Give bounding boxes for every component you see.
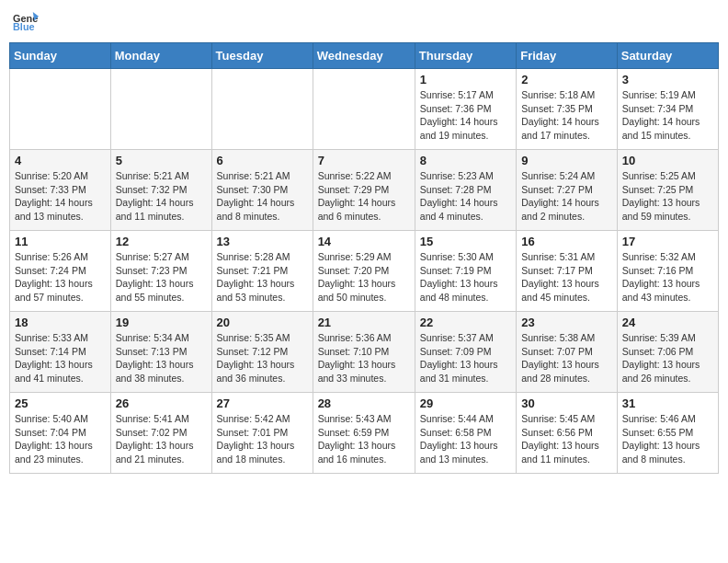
day-number: 28 <box>318 396 410 410</box>
logo-icon: General Blue <box>13 9 39 35</box>
day-number: 20 <box>217 316 308 329</box>
calendar-cell: 20Sunrise: 5:35 AM Sunset: 7:12 PM Dayli… <box>211 312 313 393</box>
calendar-cell <box>313 69 415 150</box>
day-info: Sunrise: 5:38 AM Sunset: 7:07 PM Dayligh… <box>521 331 612 385</box>
day-number: 7 <box>318 154 410 167</box>
calendar-cell: 15Sunrise: 5:30 AM Sunset: 7:19 PM Dayli… <box>415 231 516 312</box>
calendar-cell: 1Sunrise: 5:17 AM Sunset: 7:36 PM Daylig… <box>415 69 516 150</box>
calendar-cell: 5Sunrise: 5:21 AM Sunset: 7:32 PM Daylig… <box>110 150 211 231</box>
calendar-cell: 21Sunrise: 5:36 AM Sunset: 7:10 PM Dayli… <box>313 312 415 393</box>
day-info: Sunrise: 5:33 AM Sunset: 7:14 PM Dayligh… <box>15 331 106 385</box>
day-info: Sunrise: 5:44 AM Sunset: 6:58 PM Dayligh… <box>420 412 511 466</box>
day-number: 5 <box>116 154 207 167</box>
svg-text:Blue: Blue <box>13 21 35 32</box>
calendar-cell: 25Sunrise: 5:40 AM Sunset: 7:04 PM Dayli… <box>10 393 111 474</box>
day-number: 23 <box>521 316 612 329</box>
day-number: 9 <box>521 154 612 167</box>
day-info: Sunrise: 5:45 AM Sunset: 6:56 PM Dayligh… <box>521 412 612 466</box>
day-number: 26 <box>116 396 207 410</box>
calendar-cell: 7Sunrise: 5:22 AM Sunset: 7:29 PM Daylig… <box>313 150 415 231</box>
day-info: Sunrise: 5:42 AM Sunset: 7:01 PM Dayligh… <box>217 412 308 466</box>
day-number: 2 <box>521 73 612 86</box>
calendar-cell: 4Sunrise: 5:20 AM Sunset: 7:33 PM Daylig… <box>10 150 111 231</box>
calendar-cell: 10Sunrise: 5:25 AM Sunset: 7:25 PM Dayli… <box>617 150 718 231</box>
weekday-header: Monday <box>110 43 211 69</box>
day-info: Sunrise: 5:27 AM Sunset: 7:23 PM Dayligh… <box>116 250 207 304</box>
day-number: 19 <box>116 316 207 329</box>
calendar-cell: 18Sunrise: 5:33 AM Sunset: 7:14 PM Dayli… <box>10 312 111 393</box>
calendar-cell: 16Sunrise: 5:31 AM Sunset: 7:17 PM Dayli… <box>517 231 618 312</box>
day-info: Sunrise: 5:36 AM Sunset: 7:10 PM Dayligh… <box>318 331 410 385</box>
day-info: Sunrise: 5:43 AM Sunset: 6:59 PM Dayligh… <box>318 412 410 466</box>
day-info: Sunrise: 5:31 AM Sunset: 7:17 PM Dayligh… <box>521 250 612 304</box>
calendar-cell: 8Sunrise: 5:23 AM Sunset: 7:28 PM Daylig… <box>415 150 516 231</box>
weekday-header: Friday <box>517 43 618 69</box>
day-number: 17 <box>622 235 713 248</box>
calendar-cell: 28Sunrise: 5:43 AM Sunset: 6:59 PM Dayli… <box>313 393 415 474</box>
calendar-week-row: 11Sunrise: 5:26 AM Sunset: 7:24 PM Dayli… <box>10 231 719 312</box>
calendar-week-row: 25Sunrise: 5:40 AM Sunset: 7:04 PM Dayli… <box>10 393 719 474</box>
weekday-header: Thursday <box>415 43 516 69</box>
weekday-header: Tuesday <box>211 43 313 69</box>
day-number: 25 <box>15 396 106 410</box>
day-info: Sunrise: 5:21 AM Sunset: 7:32 PM Dayligh… <box>116 169 207 224</box>
logo: General Blue <box>13 9 40 35</box>
day-info: Sunrise: 5:26 AM Sunset: 7:24 PM Dayligh… <box>15 250 106 304</box>
weekday-header-row: SundayMondayTuesdayWednesdayThursdayFrid… <box>10 43 719 69</box>
day-number: 18 <box>15 316 106 329</box>
day-info: Sunrise: 5:21 AM Sunset: 7:30 PM Dayligh… <box>217 169 308 224</box>
day-info: Sunrise: 5:37 AM Sunset: 7:09 PM Dayligh… <box>420 331 511 385</box>
day-number: 10 <box>622 154 713 167</box>
day-number: 21 <box>318 316 410 329</box>
day-info: Sunrise: 5:18 AM Sunset: 7:35 PM Dayligh… <box>521 88 612 143</box>
day-number: 31 <box>622 396 713 410</box>
day-number: 15 <box>420 235 511 248</box>
calendar-cell: 26Sunrise: 5:41 AM Sunset: 7:02 PM Dayli… <box>110 393 211 474</box>
calendar-cell: 3Sunrise: 5:19 AM Sunset: 7:34 PM Daylig… <box>617 69 718 150</box>
calendar-cell: 29Sunrise: 5:44 AM Sunset: 6:58 PM Dayli… <box>415 393 516 474</box>
day-number: 12 <box>116 235 207 248</box>
day-number: 11 <box>15 235 106 248</box>
calendar-cell <box>110 69 211 150</box>
day-info: Sunrise: 5:29 AM Sunset: 7:20 PM Dayligh… <box>318 250 410 304</box>
day-info: Sunrise: 5:46 AM Sunset: 6:55 PM Dayligh… <box>622 412 713 466</box>
calendar-cell: 14Sunrise: 5:29 AM Sunset: 7:20 PM Dayli… <box>313 231 415 312</box>
day-info: Sunrise: 5:41 AM Sunset: 7:02 PM Dayligh… <box>116 412 207 466</box>
calendar-cell: 13Sunrise: 5:28 AM Sunset: 7:21 PM Dayli… <box>211 231 313 312</box>
day-info: Sunrise: 5:32 AM Sunset: 7:16 PM Dayligh… <box>622 250 713 304</box>
calendar-cell <box>211 69 313 150</box>
day-info: Sunrise: 5:28 AM Sunset: 7:21 PM Dayligh… <box>217 250 308 304</box>
day-info: Sunrise: 5:19 AM Sunset: 7:34 PM Dayligh… <box>622 88 713 143</box>
page-header: General Blue <box>9 9 719 35</box>
weekday-header: Saturday <box>617 43 718 69</box>
calendar-week-row: 1Sunrise: 5:17 AM Sunset: 7:36 PM Daylig… <box>10 69 719 150</box>
day-number: 13 <box>217 235 308 248</box>
calendar-cell: 12Sunrise: 5:27 AM Sunset: 7:23 PM Dayli… <box>110 231 211 312</box>
day-info: Sunrise: 5:17 AM Sunset: 7:36 PM Dayligh… <box>420 88 511 143</box>
day-number: 4 <box>15 154 106 167</box>
day-info: Sunrise: 5:34 AM Sunset: 7:13 PM Dayligh… <box>116 331 207 385</box>
day-number: 8 <box>420 154 511 167</box>
day-number: 3 <box>622 73 713 86</box>
day-number: 29 <box>420 396 511 410</box>
calendar-week-row: 18Sunrise: 5:33 AM Sunset: 7:14 PM Dayli… <box>10 312 719 393</box>
day-number: 14 <box>318 235 410 248</box>
day-info: Sunrise: 5:23 AM Sunset: 7:28 PM Dayligh… <box>420 169 511 224</box>
calendar-cell: 30Sunrise: 5:45 AM Sunset: 6:56 PM Dayli… <box>517 393 618 474</box>
day-info: Sunrise: 5:25 AM Sunset: 7:25 PM Dayligh… <box>622 169 713 224</box>
day-number: 6 <box>217 154 308 167</box>
weekday-header: Wednesday <box>313 43 415 69</box>
day-info: Sunrise: 5:39 AM Sunset: 7:06 PM Dayligh… <box>622 331 713 385</box>
calendar-cell: 27Sunrise: 5:42 AM Sunset: 7:01 PM Dayli… <box>211 393 313 474</box>
day-number: 24 <box>622 316 713 329</box>
calendar-cell: 2Sunrise: 5:18 AM Sunset: 7:35 PM Daylig… <box>517 69 618 150</box>
day-number: 22 <box>420 316 511 329</box>
calendar-cell: 31Sunrise: 5:46 AM Sunset: 6:55 PM Dayli… <box>617 393 718 474</box>
calendar-cell: 11Sunrise: 5:26 AM Sunset: 7:24 PM Dayli… <box>10 231 111 312</box>
day-info: Sunrise: 5:30 AM Sunset: 7:19 PM Dayligh… <box>420 250 511 304</box>
day-info: Sunrise: 5:24 AM Sunset: 7:27 PM Dayligh… <box>521 169 612 224</box>
day-number: 16 <box>521 235 612 248</box>
calendar-cell: 24Sunrise: 5:39 AM Sunset: 7:06 PM Dayli… <box>617 312 718 393</box>
day-info: Sunrise: 5:35 AM Sunset: 7:12 PM Dayligh… <box>217 331 308 385</box>
calendar-cell: 22Sunrise: 5:37 AM Sunset: 7:09 PM Dayli… <box>415 312 516 393</box>
